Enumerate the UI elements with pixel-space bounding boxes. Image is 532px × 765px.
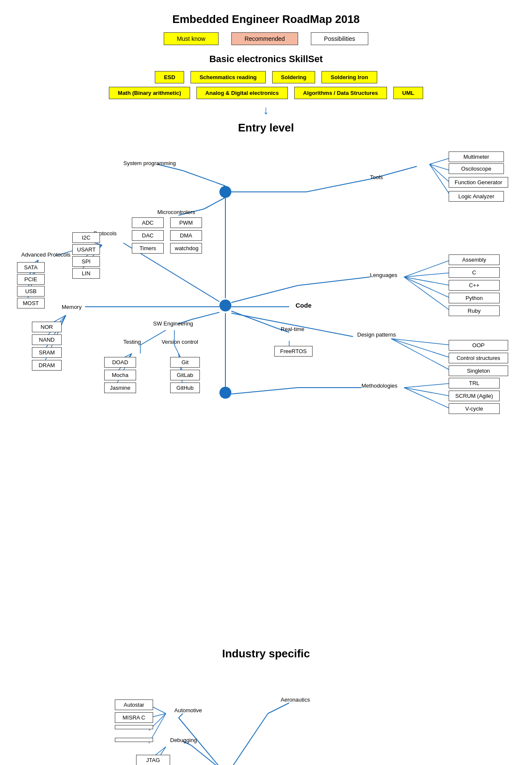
mem-sram: SRAM <box>32 347 62 358</box>
tool-osciloscope: Osciloscope <box>449 163 504 174</box>
node1 <box>219 186 231 198</box>
design-patterns-label: Design patterns <box>357 331 396 338</box>
skill-schematics: Schemmatics reading <box>191 71 265 83</box>
svg-line-15 <box>404 277 451 285</box>
svg-line-3 <box>430 158 451 164</box>
industry-title: Industry specific <box>0 647 532 660</box>
lang-ruby: Ruby <box>449 305 500 316</box>
sw-engineering-label: SW Engineering <box>153 320 193 327</box>
skill-esd: ESD <box>155 71 184 83</box>
skill-math: Math (Binary arithmetic) <box>109 87 190 99</box>
dp-control: Control structures <box>449 353 508 363</box>
test-doad: DOAD <box>104 357 136 368</box>
real-time-label: Real-time <box>281 326 304 332</box>
skill-analog-digital: Analog & Digital electronics <box>196 87 288 99</box>
legend-mustknow: Must know <box>164 32 219 45</box>
adv-protocols-label: Advanced Protocols <box>21 251 71 258</box>
legend-possibilities: Possibilities <box>311 32 368 45</box>
arrow-down-container: ↓ <box>0 103 532 117</box>
svg-line-5 <box>430 164 451 183</box>
meth-trl: TRL <box>449 378 500 388</box>
lang-assembly: Assembly <box>449 254 500 265</box>
svg-line-25 <box>391 339 451 371</box>
svg-line-7 <box>183 171 225 186</box>
mc-dma: DMA <box>170 230 202 241</box>
proto-lin: LIN <box>72 268 100 279</box>
skills-row1: ESD Schemmatics reading Soldering Solder… <box>0 71 532 83</box>
svg-line-22 <box>231 313 353 337</box>
lang-c: C <box>449 267 500 278</box>
methodologies-label: Methodologies <box>361 382 398 389</box>
svg-line-26 <box>191 312 219 320</box>
svg-line-19 <box>231 311 276 328</box>
dp-singleton: Singleton <box>449 365 508 376</box>
adv-sata: SATA <box>17 262 45 273</box>
freerots-box: FreeRTOS <box>274 346 313 357</box>
tool-logic-analyzer: Logic Analyzer <box>449 191 504 202</box>
tool-multimeter: Multimeter <box>449 151 504 162</box>
mc-watchdog: watchdog <box>170 243 202 254</box>
svg-line-11 <box>231 285 298 303</box>
proto-i2c: I2C <box>72 232 100 243</box>
debug-jtag: JTAG <box>136 755 170 765</box>
arrow-down-icon: ↓ <box>263 103 269 117</box>
skills-row2: Math (Binary arithmetic) Analog & Digita… <box>0 87 532 99</box>
languages-label: Lenguages <box>370 272 397 278</box>
dp-oop: OOP <box>449 340 508 351</box>
lang-python: Python <box>449 293 500 303</box>
tools-label: Tools <box>370 174 383 180</box>
svg-line-12 <box>298 277 370 285</box>
version-control-label: Version control <box>162 339 198 345</box>
mc-dac: DAC <box>132 230 164 241</box>
svg-line-16 <box>404 277 451 298</box>
legend: Must know Recommended Possibilities <box>0 32 532 45</box>
svg-line-14 <box>404 273 451 277</box>
svg-line-23 <box>391 339 451 345</box>
mem-dram: DRAM <box>32 360 62 371</box>
svg-line-4 <box>430 164 451 171</box>
page-container: Embedded Engineer RoadMap 2018 Must know… <box>0 0 532 765</box>
page-title: Embedded Engineer RoadMap 2018 <box>0 13 532 26</box>
tool-function-generator: Function Generator <box>449 177 508 188</box>
adv-usb: USB <box>17 286 45 297</box>
system-programming-label: System programming <box>123 160 176 166</box>
node2 <box>219 300 231 311</box>
meth-vcycle: V-cycle <box>449 403 500 414</box>
svg-line-76 <box>268 703 289 714</box>
proto-spi: SPI <box>72 256 100 267</box>
mc-adc: ADC <box>132 217 164 228</box>
microcontrollers-label: Microcontrolers <box>157 209 195 215</box>
basic-skillset-title: Basic electronics SkillSet <box>0 54 532 65</box>
svg-line-61 <box>179 714 183 718</box>
svg-line-24 <box>391 339 451 358</box>
skill-algorithms: Algorithms / Data Structures <box>294 87 387 99</box>
adv-pcie: PCIE <box>17 274 45 285</box>
code-label: Code <box>296 302 312 309</box>
mem-nand: NAND <box>32 334 62 345</box>
auto-misra: MISRA C <box>115 712 153 723</box>
mc-timers: Timers <box>132 243 164 254</box>
mc-pwm: PWM <box>170 217 202 228</box>
lang-cpp: C++ <box>449 280 500 291</box>
vc-gitlab: GitLab <box>170 370 200 380</box>
vc-github: GitHub <box>170 382 200 393</box>
adv-most: MOST <box>17 298 45 308</box>
svg-line-17 <box>404 277 451 311</box>
skill-uml: UML <box>393 87 423 99</box>
legend-recommended: Recommended <box>231 32 298 45</box>
svg-line-6 <box>430 164 451 196</box>
skill-soldering-iron: Soldering Iron <box>321 71 377 83</box>
aeronautics-label: Aeronautics <box>281 696 310 703</box>
entry-mindmap: Tools Multimeter Osciloscope Function Ge… <box>0 137 532 647</box>
svg-line-45 <box>404 383 451 388</box>
svg-line-13 <box>404 260 451 277</box>
memory-label: Memory <box>62 304 82 310</box>
skill-soldering: Soldering <box>272 71 316 83</box>
proto-usart: USART <box>72 244 100 255</box>
vc-git: Git <box>170 357 200 368</box>
svg-line-46 <box>404 388 451 396</box>
svg-line-43 <box>231 388 298 394</box>
node3 <box>219 387 231 399</box>
svg-line-56 <box>174 345 179 354</box>
entry-level-title: Entry level <box>0 121 532 134</box>
